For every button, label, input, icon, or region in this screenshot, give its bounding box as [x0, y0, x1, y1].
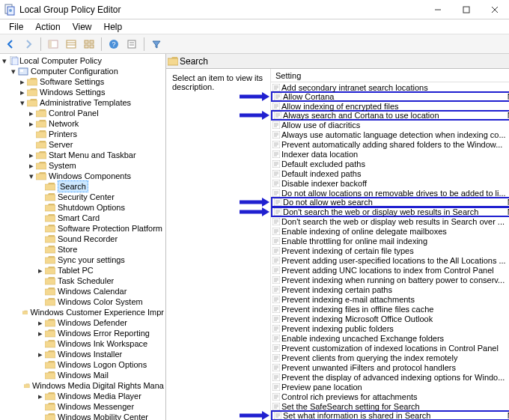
tree-item[interactable]: Printers [0, 129, 165, 139]
setting-row[interactable]: Prevent indexing public foldersNot confi… [271, 323, 509, 333]
tree-item[interactable]: Windows Logon Options [0, 359, 165, 370]
setting-row[interactable]: Prevent indexing Microsoft Office Outloo… [271, 314, 509, 323]
expander-icon[interactable]: ▸ [27, 118, 36, 129]
tree-item[interactable]: ▸Windows Media Player [0, 391, 165, 401]
tree-item[interactable]: Windows Ink Workspace [0, 338, 165, 349]
tree-item[interactable]: Windows Mail [0, 370, 165, 380]
expander-icon[interactable]: ▾ [27, 171, 36, 181]
setting-row[interactable]: Always use automatic language detection … [271, 130, 509, 139]
tree-item[interactable]: Security Center [0, 192, 165, 202]
menu-view[interactable]: View [67, 20, 98, 34]
setting-row[interactable]: Prevent indexing of certain file typesNo… [271, 246, 509, 255]
setting-row[interactable]: Enable indexing uncached Exchange folder… [271, 333, 509, 343]
expander-icon[interactable]: ▸ [36, 317, 45, 328]
navigation-tree[interactable]: ▾Local Computer Policy▾Computer Configur… [0, 54, 166, 420]
tree-item[interactable]: ▸Network [0, 118, 165, 129]
tree-item[interactable]: Task Scheduler [0, 276, 165, 286]
maximize-button[interactable] [452, 0, 481, 19]
forward-button[interactable] [21, 37, 36, 52]
setting-row[interactable]: Set what information is shared in Search… [271, 410, 509, 420]
column-setting[interactable]: Setting [271, 71, 509, 80]
setting-row[interactable]: Do not allow web searchNot configured [271, 197, 509, 207]
setting-row[interactable]: Prevent indexing certain pathsNot config… [271, 284, 509, 294]
setting-row[interactable]: Indexer data locationNot configured [271, 149, 509, 159]
setting-row[interactable]: Do not allow locations on removable driv… [271, 188, 509, 198]
tree-item[interactable]: Server [0, 139, 165, 150]
setting-row[interactable]: Enable throttling for online mail indexi… [271, 236, 509, 246]
list-button[interactable] [82, 37, 97, 52]
tree-item[interactable]: Windows Color System [0, 296, 165, 307]
tree-item[interactable]: Windows Media Digital Rights Mana [0, 380, 165, 391]
tree-item[interactable]: ▸Windows Error Reporting [0, 328, 165, 338]
properties-button[interactable] [124, 37, 139, 52]
tree-item[interactable]: Search [0, 181, 165, 192]
setting-row[interactable]: Prevent indexing files in offline files … [271, 304, 509, 314]
tree-item[interactable]: ▾Windows Components [0, 171, 165, 181]
tree-item[interactable]: ▾Local Computer Policy [0, 55, 165, 66]
expander-icon[interactable]: ▾ [0, 55, 9, 66]
setting-row[interactable]: Set the SafeSearch setting for SearchNot… [271, 401, 509, 411]
show-hide-tree-button[interactable] [46, 37, 61, 52]
menu-file[interactable]: File [3, 20, 29, 34]
setting-row[interactable]: Don't search the web or display web resu… [271, 207, 509, 217]
help-button[interactable]: ? [106, 37, 121, 52]
expander-icon[interactable]: ▸ [18, 76, 27, 87]
setting-row[interactable]: Prevent the display of advanced indexing… [271, 372, 509, 382]
tree-item[interactable]: ▸Windows Installer [0, 349, 165, 359]
settings-list[interactable]: Add secondary intranet search locationsN… [271, 82, 509, 420]
setting-row[interactable]: Prevent customization of indexed locatio… [271, 343, 509, 353]
expander-icon[interactable]: ▸ [18, 87, 27, 97]
tree-item[interactable]: Software Protection Platform [0, 223, 165, 234]
tree-item[interactable]: Sound Recorder [0, 234, 165, 244]
tree-item[interactable]: Smart Card [0, 213, 165, 223]
setting-row[interactable]: Prevent adding user-specified locations … [271, 255, 509, 265]
setting-row[interactable]: Default excluded pathsNot configured [271, 159, 509, 168]
expander-icon[interactable]: ▸ [36, 349, 45, 359]
tree-item[interactable]: Windows Messenger [0, 401, 165, 412]
setting-row[interactable]: Prevent unwanted iFilters and protocol h… [271, 362, 509, 372]
setting-row[interactable]: Always search and Cortana to use locatio… [271, 110, 509, 121]
tree-item[interactable]: ▸Start Menu and Taskbar [0, 150, 165, 160]
tree-item[interactable]: Windows Calendar [0, 286, 165, 296]
setting-row[interactable]: Don't search the web or display web resu… [271, 216, 509, 226]
setting-row[interactable]: Add secondary intranet search locationsN… [271, 82, 509, 92]
tree-item[interactable]: ▾Computer Configuration [0, 66, 165, 76]
filter-button[interactable] [149, 37, 164, 52]
tree-item[interactable]: ▸Control Panel [0, 108, 165, 118]
expander-icon[interactable]: ▸ [36, 391, 45, 401]
tree-item[interactable]: ▸System [0, 160, 165, 171]
setting-row[interactable]: Disable indexer backoffNot configured [271, 178, 509, 188]
expander-icon[interactable]: ▸ [36, 265, 45, 276]
setting-row[interactable]: Prevent automatically adding shared fold… [271, 139, 509, 149]
setting-row[interactable]: Prevent adding UNC locations to index fr… [271, 265, 509, 275]
close-button[interactable] [481, 0, 509, 19]
setting-row[interactable]: Control rich previews for attachmentsNot… [271, 392, 509, 401]
tree-item[interactable]: Sync your settings [0, 255, 165, 265]
setting-row[interactable]: Enable indexing of online delegate mailb… [271, 226, 509, 236]
tree-item[interactable]: ▸Windows Settings [0, 87, 165, 97]
setting-row[interactable]: Allow use of diacriticsNot configured [271, 120, 509, 130]
menu-action[interactable]: Action [29, 20, 66, 34]
setting-row[interactable]: Default indexed pathsNot configured [271, 168, 509, 178]
minimize-button[interactable] [424, 0, 452, 19]
setting-row[interactable]: Prevent indexing e-mail attachmentsNot c… [271, 294, 509, 304]
expander-icon[interactable]: ▸ [27, 160, 36, 171]
expander-icon[interactable]: ▾ [9, 66, 18, 76]
expander-icon[interactable]: ▸ [36, 328, 45, 338]
back-button[interactable] [3, 37, 18, 52]
tree-item[interactable]: ▸Tablet PC [0, 265, 165, 276]
tree-item[interactable]: Shutdown Options [0, 202, 165, 213]
expander-icon[interactable]: ▸ [27, 150, 36, 160]
setting-row[interactable]: Allow CortanaNot configured [271, 91, 509, 102]
setting-row[interactable]: Preview pane locationNot configured [271, 382, 509, 392]
tree-item[interactable]: ▾Administrative Templates [0, 97, 165, 108]
tree-item[interactable]: Windows Mobility Center [0, 412, 165, 420]
tree-item[interactable]: Store [0, 244, 165, 255]
menu-help[interactable]: Help [98, 20, 129, 34]
details-button[interactable] [64, 37, 79, 52]
tree-item[interactable]: ▸Software Settings [0, 76, 165, 87]
tree-item[interactable]: ▸Windows Defender [0, 317, 165, 328]
setting-row[interactable]: Prevent indexing when running on battery… [271, 275, 509, 284]
expander-icon[interactable]: ▸ [27, 108, 36, 118]
expander-icon[interactable]: ▾ [18, 97, 27, 108]
